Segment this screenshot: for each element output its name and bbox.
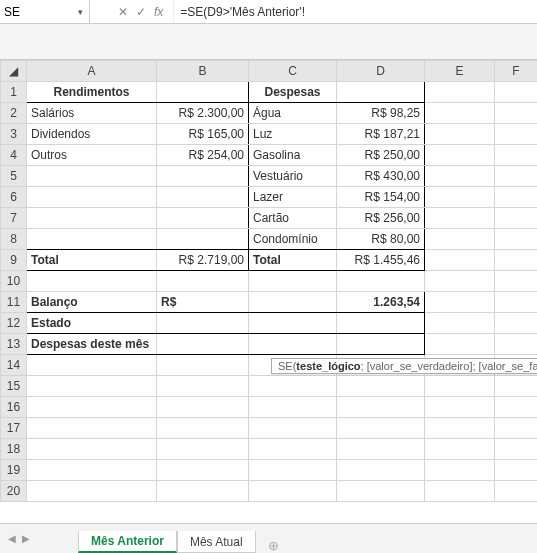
cell[interactable]: Balanço xyxy=(27,292,157,313)
cell[interactable]: R$ 80,00 xyxy=(337,229,425,250)
cell[interactable] xyxy=(495,418,538,439)
cancel-icon[interactable]: ✕ xyxy=(118,5,128,19)
cell[interactable] xyxy=(249,439,337,460)
row-10[interactable]: 10 xyxy=(1,271,27,292)
col-F[interactable]: F xyxy=(495,61,538,82)
cell[interactable]: Luz xyxy=(249,124,337,145)
row-9[interactable]: 9 xyxy=(1,250,27,271)
select-all[interactable]: ◢ xyxy=(1,61,27,82)
cell[interactable] xyxy=(157,376,249,397)
cell[interactable] xyxy=(495,229,538,250)
row-7[interactable]: 7 xyxy=(1,208,27,229)
cell[interactable] xyxy=(425,460,495,481)
fx-icon[interactable]: fx xyxy=(154,5,163,19)
cell[interactable] xyxy=(425,313,495,334)
cell[interactable] xyxy=(425,250,495,271)
row-1[interactable]: 1 xyxy=(1,82,27,103)
cell[interactable] xyxy=(157,208,249,229)
cell[interactable]: Condomínio xyxy=(249,229,337,250)
cell[interactable] xyxy=(27,481,157,502)
cell[interactable]: Água xyxy=(249,103,337,124)
accept-icon[interactable]: ✓ xyxy=(136,5,146,19)
row-13[interactable]: 13 xyxy=(1,334,27,355)
cell[interactable] xyxy=(249,481,337,502)
cell[interactable] xyxy=(495,271,538,292)
cell[interactable] xyxy=(425,292,495,313)
cell[interactable]: R$ xyxy=(157,292,249,313)
cell[interactable] xyxy=(495,166,538,187)
cell[interactable] xyxy=(495,460,538,481)
col-E[interactable]: E xyxy=(425,61,495,82)
cell[interactable] xyxy=(157,187,249,208)
cell[interactable] xyxy=(425,229,495,250)
col-C[interactable]: C xyxy=(249,61,337,82)
cell[interactable] xyxy=(425,208,495,229)
cell[interactable] xyxy=(495,439,538,460)
cell[interactable] xyxy=(27,460,157,481)
col-A[interactable]: A xyxy=(27,61,157,82)
cell[interactable] xyxy=(495,82,538,103)
row-14[interactable]: 14 xyxy=(1,355,27,376)
cell[interactable] xyxy=(27,208,157,229)
formula-input[interactable] xyxy=(174,5,537,19)
cell[interactable] xyxy=(157,397,249,418)
tab-mes-anterior[interactable]: Mês Anterior xyxy=(78,531,177,553)
chevron-down-icon[interactable]: ▾ xyxy=(78,7,83,17)
cell[interactable] xyxy=(249,460,337,481)
cell[interactable]: Despesas xyxy=(249,82,337,103)
cell[interactable] xyxy=(425,418,495,439)
cell[interactable] xyxy=(425,481,495,502)
cell[interactable] xyxy=(337,82,425,103)
cell[interactable] xyxy=(157,418,249,439)
cell[interactable] xyxy=(337,460,425,481)
cell[interactable] xyxy=(27,271,157,292)
cell[interactable] xyxy=(27,355,157,376)
name-box-input[interactable] xyxy=(4,5,64,19)
cell[interactable]: 1.263,54 xyxy=(337,292,425,313)
name-box[interactable]: ▾ xyxy=(0,0,90,23)
cell[interactable] xyxy=(337,481,425,502)
tab-next-icon[interactable]: ▶ xyxy=(22,533,30,544)
cell[interactable] xyxy=(157,460,249,481)
cell[interactable] xyxy=(337,418,425,439)
cell[interactable] xyxy=(495,334,538,355)
cell[interactable] xyxy=(249,397,337,418)
row-4[interactable]: 4 xyxy=(1,145,27,166)
tab-mes-atual[interactable]: Mês Atual xyxy=(177,531,256,553)
cell[interactable] xyxy=(157,355,249,376)
cell[interactable] xyxy=(249,376,337,397)
cell[interactable]: R$ 154,00 xyxy=(337,187,425,208)
cell[interactable] xyxy=(495,103,538,124)
cell[interactable] xyxy=(249,292,337,313)
cell[interactable] xyxy=(157,334,249,355)
row-3[interactable]: 3 xyxy=(1,124,27,145)
cell[interactable] xyxy=(425,103,495,124)
cell[interactable]: Vestuário xyxy=(249,166,337,187)
cell[interactable]: Dividendos xyxy=(27,124,157,145)
cell[interactable] xyxy=(495,397,538,418)
cell[interactable] xyxy=(337,439,425,460)
tab-prev-icon[interactable]: ◀ xyxy=(8,533,16,544)
cell[interactable]: R$ 1.455,46 xyxy=(337,250,425,271)
row-8[interactable]: 8 xyxy=(1,229,27,250)
cell[interactable] xyxy=(337,334,425,355)
cell[interactable] xyxy=(337,397,425,418)
cell[interactable] xyxy=(157,481,249,502)
cell[interactable]: Outros xyxy=(27,145,157,166)
cell[interactable] xyxy=(425,439,495,460)
cell[interactable]: Lazer xyxy=(249,187,337,208)
cell[interactable] xyxy=(157,82,249,103)
cell[interactable] xyxy=(495,124,538,145)
cell[interactable] xyxy=(425,145,495,166)
cell[interactable]: Salários xyxy=(27,103,157,124)
cell[interactable] xyxy=(249,418,337,439)
cell[interactable] xyxy=(157,271,249,292)
cell[interactable]: R$ 430,00 xyxy=(337,166,425,187)
row-5[interactable]: 5 xyxy=(1,166,27,187)
row-15[interactable]: 15 xyxy=(1,376,27,397)
cell[interactable] xyxy=(495,250,538,271)
cell[interactable] xyxy=(425,397,495,418)
cell[interactable] xyxy=(425,82,495,103)
cell[interactable] xyxy=(337,271,425,292)
cell[interactable] xyxy=(495,187,538,208)
